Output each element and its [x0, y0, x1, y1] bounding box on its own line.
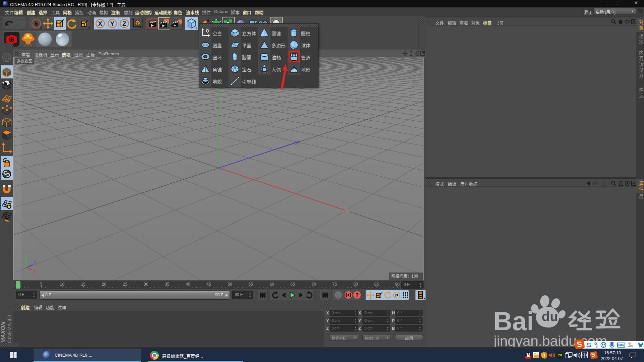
- svg-text:85: 85: [374, 282, 379, 287]
- svg-text:55: 55: [248, 282, 253, 287]
- svg-text:40: 40: [186, 282, 190, 287]
- svg-text:0: 0: [206, 28, 209, 34]
- svg-text:X: X: [33, 269, 36, 274]
- svg-text:Bai: Bai: [493, 306, 534, 336]
- svg-text:Y: Y: [24, 255, 27, 259]
- svg-text:Y: Y: [110, 20, 114, 27]
- svg-text:20: 20: [102, 282, 106, 287]
- svg-text:Z: Z: [122, 20, 127, 27]
- svg-text:X: X: [98, 20, 102, 27]
- svg-text:70: 70: [311, 282, 316, 287]
- svg-text:du: du: [542, 309, 558, 324]
- svg-text:15: 15: [81, 282, 86, 287]
- svg-text:0: 0: [19, 282, 21, 287]
- svg-text:75: 75: [332, 282, 337, 287]
- svg-text:30: 30: [144, 282, 148, 287]
- svg-text:80: 80: [353, 282, 358, 287]
- svg-text:5: 5: [40, 282, 43, 287]
- svg-text:60: 60: [269, 282, 274, 287]
- svg-text:Z: Z: [34, 260, 36, 265]
- svg-text:50: 50: [228, 282, 232, 287]
- svg-text:25: 25: [123, 282, 128, 287]
- svg-text:10: 10: [60, 282, 64, 287]
- svg-text:35: 35: [165, 282, 169, 287]
- svg-text:65: 65: [290, 282, 295, 287]
- svg-text:45: 45: [206, 282, 211, 287]
- svg-text:90: 90: [395, 282, 400, 287]
- svg-text:?: ?: [355, 292, 359, 298]
- svg-text:12: 12: [631, 345, 633, 348]
- svg-text:P: P: [395, 293, 398, 298]
